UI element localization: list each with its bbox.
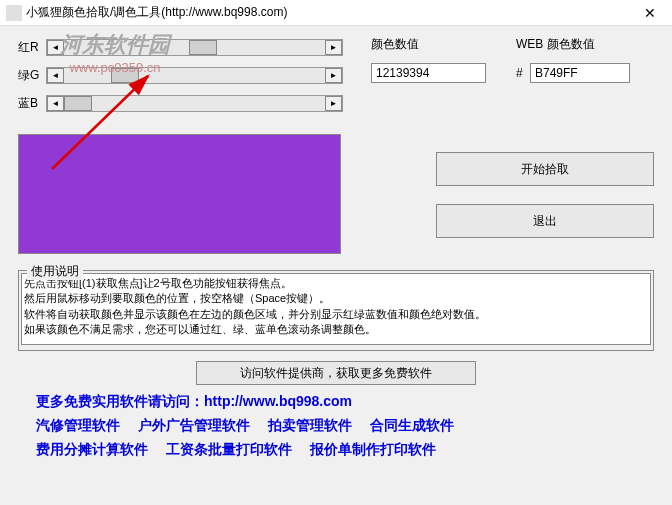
instructions-textarea[interactable]: 先点击按钮[(1)获取焦点]让2号取色功能按钮获得焦点。 然后用鼠标移动到要取颜… [21,273,651,345]
slider-green: 绿G ◄ ► [18,64,343,86]
link-main-url[interactable]: http://www.bq998.com [204,393,352,409]
slider-blue: 蓝B ◄ ► [18,92,343,114]
link-auto-repair[interactable]: 汽修管理软件 [36,417,120,433]
link-auction[interactable]: 拍卖管理软件 [268,417,352,433]
slider-green-track[interactable]: ◄ ► [46,67,343,84]
slider-red: 红R ◄ ► [18,36,343,58]
slider-red-label: 红R [18,39,46,56]
color-value-column: 颜色数值 [371,36,486,83]
link-contract[interactable]: 合同生成软件 [370,417,454,433]
link-payslip[interactable]: 工资条批量打印软件 [166,441,292,457]
color-value-label: 颜色数值 [371,36,486,53]
web-value-row: # [516,63,630,83]
slider-left-arrow-icon[interactable]: ◄ [47,68,64,83]
slider-blue-label: 蓝B [18,95,46,112]
web-value-column: WEB 颜色数值 # [516,36,630,83]
slider-column: 红R ◄ ► 绿G ◄ ► [18,36,343,120]
slider-left-arrow-icon[interactable]: ◄ [47,96,64,111]
instructions-legend: 使用说明 [27,263,83,280]
titlebar-text: 小狐狸颜色拾取/调色工具(http://www.bq998.com) [26,4,627,21]
slider-red-rail[interactable] [64,40,325,55]
content-area: 河东软件园 www.pc0359.cn 红R ◄ ► 绿G ◄ [0,26,672,505]
button-column: 开始拾取 退出 [436,134,654,254]
link-line-1: 更多免费实用软件请访问：http://www.bq998.com [36,393,654,411]
link-line-2: 汽修管理软件 户外广告管理软件 拍卖管理软件 合同生成软件 [36,417,654,435]
link-cost-share[interactable]: 费用分摊计算软件 [36,441,148,457]
web-value-input[interactable] [530,63,630,83]
slider-red-track[interactable]: ◄ ► [46,39,343,56]
slider-left-arrow-icon[interactable]: ◄ [47,40,64,55]
link-outdoor-ad[interactable]: 户外广告管理软件 [138,417,250,433]
link-line-1-text: 更多免费实用软件请访问： [36,393,204,409]
slider-green-label: 绿G [18,67,46,84]
mid-row: 开始拾取 退出 [18,134,654,254]
slider-blue-thumb[interactable] [64,96,92,111]
links-area: 更多免费实用软件请访问：http://www.bq998.com 汽修管理软件 … [18,393,654,459]
slider-green-thumb[interactable] [111,68,139,83]
link-line-3: 费用分摊计算软件 工资条批量打印软件 报价单制作打印软件 [36,441,654,459]
slider-right-arrow-icon[interactable]: ► [325,40,342,55]
color-value-input[interactable] [371,63,486,83]
slider-right-arrow-icon[interactable]: ► [325,68,342,83]
top-row: 红R ◄ ► 绿G ◄ ► [18,36,654,120]
start-pick-button[interactable]: 开始拾取 [436,152,654,186]
instructions-box: 使用说明 先点击按钮[(1)获取焦点]让2号取色功能按钮获得焦点。 然后用鼠标移… [18,270,654,351]
close-button[interactable]: ✕ [627,0,672,26]
exit-button[interactable]: 退出 [436,204,654,238]
link-quote[interactable]: 报价单制作打印软件 [310,441,436,457]
web-value-label: WEB 颜色数值 [516,36,630,53]
visit-vendor-button[interactable]: 访问软件提供商，获取更多免费软件 [196,361,476,385]
titlebar: 小狐狸颜色拾取/调色工具(http://www.bq998.com) ✕ [0,0,672,26]
slider-blue-track[interactable]: ◄ ► [46,95,343,112]
slider-red-thumb[interactable] [189,40,217,55]
app-icon [6,5,22,21]
slider-blue-rail[interactable] [64,96,325,111]
hash-symbol: # [516,66,530,80]
slider-right-arrow-icon[interactable]: ► [325,96,342,111]
slider-green-rail[interactable] [64,68,325,83]
color-preview [18,134,341,254]
